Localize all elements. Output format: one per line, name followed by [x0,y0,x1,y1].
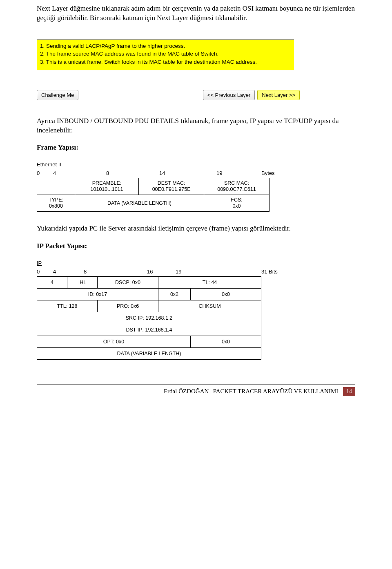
page-number: 14 [343,387,355,396]
ethernet-title: Ethernet II [37,161,355,169]
step-2: 2. The frame source MAC address was foun… [40,50,291,58]
ruler-tick: 0 [37,170,53,176]
ruler-tick: 19 [176,269,261,275]
ip-packet-block: IP 0 4 8 16 19 31 Bits 4 IHL DSCP: 0x0 T… [37,259,355,360]
intro-paragraph: Next Layer düğmesine tıklanarak adım adı… [37,4,355,23]
ethernet-frame-block: Ethernet II 0 4 8 14 19 Bytes PREAMBLE: … [37,161,355,212]
ip-opt: OPT: 0x0 [37,336,191,348]
ruler-unit: Bytes [261,170,286,176]
pdu-details-paragraph: Ayrıca INBOUND / OUTBOUND PDU DETAILS tı… [37,116,355,135]
previous-layer-button[interactable]: << Previous Layer [203,90,255,100]
ethernet-frame-table: PREAMBLE: 101010...1011 DEST MAC: 00E0.F… [37,178,270,212]
ip-heading: IP Packet Yapısı: [37,242,355,251]
next-layer-button[interactable]: Next Layer >> [257,90,300,100]
src-mac-label: SRC MAC: [224,180,249,186]
ruler-tick: 16 [147,269,176,275]
highlighted-steps: 1. Sending a valid LACP/PAgP frame to th… [37,39,294,70]
ruler-unit: 31 Bits [261,269,290,275]
step-1: 1. Sending a valid LACP/PAgP frame to th… [40,42,291,50]
preamble-label: PREAMBLE: [92,180,122,186]
fcs-label: FCS: [231,197,242,203]
ip-bit-ruler: 0 4 8 16 19 31 Bits [37,268,298,276]
frame-heading: Frame Yapısı: [37,143,355,152]
ruler-tick: 8 [84,269,147,275]
ip-protocol: PRO: 0x6 [98,300,158,312]
ruler-tick: 19 [216,170,261,176]
ip-data: DATA (VARIABLE LENGTH) [37,348,261,360]
ip-id: ID: 0x17 [37,289,158,300]
ip-dscp: DSCP: 0x0 [98,277,158,289]
ip-ihl: IHL [67,277,98,289]
ruler-tick: 4 [53,269,84,275]
ip-packet-table: 4 IHL DSCP: 0x0 TL: 44 ID: 0x17 0x2 0x0 … [37,276,261,360]
ip-flags: 0x2 [158,289,191,300]
ip-total-length: TL: 44 [158,277,261,289]
frame-explain-paragraph: Yukarıdaki yapıda PC ile Server arasında… [37,224,355,233]
ip-version: 4 [37,277,67,289]
data-label: DATA (VARIABLE LENGTH) [107,200,172,206]
type-label: TYPE: [49,197,63,203]
ip-padding: 0x0 [191,336,261,348]
page-footer: Erdal ÖZDOĞAN | PACKET TRACER ARAYÜZÜ VE… [37,384,355,396]
preamble-value: 101010...1011 [91,186,123,192]
dest-mac-label: DEST MAC: [158,180,185,186]
dest-mac-value: 00E0.F911.975E [152,186,191,192]
type-value: 0x800 [49,203,63,209]
ip-dst: DST IP: 192.168.1.4 [37,324,261,336]
footer-text: Erdal ÖZDOĞAN | PACKET TRACER ARAYÜZÜ VE… [164,388,338,394]
osi-panel-screenshot: 1. Sending a valid LACP/PAgP frame to th… [37,39,355,100]
step-3: 3. This is a unicast frame. Switch looks… [40,58,291,66]
fcs-value: 0x0 [232,203,241,209]
challenge-me-button[interactable]: Challenge Me [37,90,78,100]
ruler-tick: 8 [106,170,159,176]
ethernet-byte-ruler: 0 4 8 14 19 Bytes [37,169,298,178]
src-mac-value: 0090.0C77.C611 [217,186,256,192]
ip-title: IP [37,259,355,268]
ruler-tick: 4 [53,170,106,176]
ip-ttl: TTL: 128 [37,300,98,312]
ip-frag-offset: 0x0 [191,289,261,300]
ip-checksum: CHKSUM [158,300,261,312]
ruler-tick: 0 [37,269,53,275]
ruler-tick: 14 [159,170,216,176]
ip-src: SRC IP: 192.168.1.2 [37,312,261,324]
